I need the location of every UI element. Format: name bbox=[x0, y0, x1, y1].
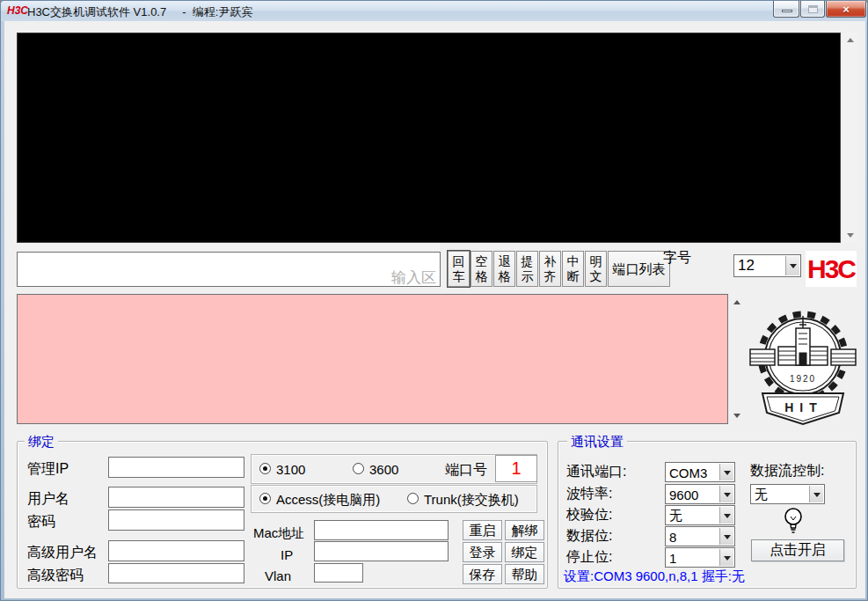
stop-bits-select[interactable]: 1 bbox=[665, 547, 735, 568]
com-port-label: 通讯端口: bbox=[566, 463, 626, 481]
unbind-button[interactable]: 解绑 bbox=[505, 520, 544, 540]
hint-key-button[interactable]: 提示 bbox=[516, 251, 538, 287]
help-button[interactable]: 帮助 bbox=[505, 564, 544, 584]
data-bits-value: 8 bbox=[669, 529, 676, 544]
message-output-area[interactable] bbox=[17, 294, 728, 424]
mac-field[interactable] bbox=[314, 520, 449, 540]
hit-logo-year: 1920 bbox=[790, 374, 816, 384]
manage-ip-label: 管理IP bbox=[27, 460, 69, 479]
bind-button[interactable]: 绑定 bbox=[505, 542, 544, 562]
complete-key-button[interactable]: 补齐 bbox=[539, 251, 561, 287]
chevron-down-icon[interactable] bbox=[719, 507, 733, 524]
parity-label: 校验位: bbox=[566, 506, 612, 524]
window-title: H3C交换机调试软件 V1.0.7 - 编程:尹跃宾 bbox=[27, 4, 252, 20]
scroll-down-icon[interactable] bbox=[847, 233, 854, 238]
output-scrollbar[interactable] bbox=[730, 295, 744, 423]
ip-label: IP bbox=[281, 547, 293, 562]
close-button[interactable]: × bbox=[826, 1, 866, 18]
flow-control-label: 数据流控制: bbox=[750, 462, 824, 480]
radio-trunk-label[interactable]: Trunk(接交换机) bbox=[424, 492, 519, 509]
scroll-up-icon[interactable] bbox=[847, 38, 854, 42]
terminal-output[interactable] bbox=[17, 33, 841, 243]
stop-bits-label: 停止位: bbox=[566, 548, 612, 567]
data-bits-select[interactable]: 8 bbox=[665, 526, 735, 546]
baud-rate-value: 9600 bbox=[669, 487, 698, 502]
radio-3100-label[interactable]: 3100 bbox=[276, 462, 305, 477]
com-port-select[interactable]: COM3 bbox=[665, 462, 735, 482]
adv-password-label: 高级密码 bbox=[27, 567, 84, 585]
adv-username-field[interactable] bbox=[108, 540, 244, 561]
titlebar: H3C H3C交换机调试软件 V1.0.7 - 编程:尹跃宾 × bbox=[1, 1, 867, 21]
port-list-button[interactable]: 端口列表 bbox=[608, 251, 670, 287]
flow-control-value: 无 bbox=[755, 486, 768, 502]
minimize-button[interactable] bbox=[773, 1, 799, 18]
adv-username-label: 高级用户名 bbox=[27, 544, 98, 562]
enter-key-button[interactable]: 回车 bbox=[448, 251, 470, 287]
username-label: 用户名 bbox=[27, 490, 69, 509]
password-label: 密码 bbox=[27, 513, 55, 531]
chevron-down-icon[interactable] bbox=[719, 549, 733, 566]
port-number-label: 端口号 bbox=[445, 461, 487, 480]
hit-university-logo: 1920 HIT bbox=[748, 298, 857, 428]
restart-button[interactable]: 重启 bbox=[463, 520, 502, 540]
vlan-field[interactable] bbox=[314, 563, 363, 583]
baud-rate-label: 波特率: bbox=[566, 485, 612, 503]
backspace-key-button[interactable]: 退格 bbox=[493, 251, 515, 287]
flow-control-select[interactable]: 无 bbox=[750, 484, 825, 504]
font-size-select[interactable]: 12 bbox=[733, 254, 801, 277]
adv-password-field[interactable] bbox=[108, 563, 244, 583]
stop-bits-value: 1 bbox=[669, 550, 676, 565]
binding-group-title: 绑定 bbox=[25, 434, 58, 451]
radio-trunk[interactable] bbox=[407, 493, 419, 504]
space-key-button[interactable]: 空格 bbox=[470, 251, 492, 287]
ip-field[interactable] bbox=[314, 541, 449, 561]
close-icon: × bbox=[842, 3, 850, 16]
minimize-icon bbox=[782, 10, 792, 12]
maximize-icon bbox=[808, 5, 818, 13]
data-bits-label: 数据位: bbox=[566, 527, 612, 546]
login-button[interactable]: 登录 bbox=[463, 542, 502, 562]
radio-3600[interactable] bbox=[353, 463, 364, 474]
font-size-value: 12 bbox=[738, 257, 755, 275]
chevron-down-icon[interactable] bbox=[719, 464, 733, 480]
hit-logo-abbr: HIT bbox=[784, 400, 823, 414]
baud-rate-select[interactable]: 9600 bbox=[665, 484, 735, 504]
chevron-down-icon[interactable] bbox=[719, 528, 733, 545]
port-number-field[interactable] bbox=[495, 455, 537, 482]
vlan-label: Vlan bbox=[265, 568, 291, 583]
radio-access[interactable] bbox=[259, 493, 271, 504]
terminal-scrollbar[interactable] bbox=[842, 33, 857, 243]
com-port-value: COM3 bbox=[669, 465, 707, 480]
username-field[interactable] bbox=[108, 487, 244, 508]
open-port-button[interactable]: 点击开启 bbox=[751, 539, 844, 561]
bulb-icon bbox=[782, 507, 805, 539]
radio-3600-label[interactable]: 3600 bbox=[369, 462, 398, 477]
radio-access-label[interactable]: Access(接电脑用) bbox=[276, 492, 380, 509]
maximize-button[interactable] bbox=[800, 1, 825, 18]
h3c-logo: H3C bbox=[806, 251, 857, 287]
plaintext-key-button[interactable]: 明文 bbox=[585, 251, 607, 287]
chevron-down-icon[interactable] bbox=[719, 486, 733, 502]
comm-settings-group-title: 通讯设置 bbox=[567, 434, 627, 451]
chevron-down-icon[interactable] bbox=[809, 486, 823, 502]
manage-ip-field[interactable] bbox=[108, 457, 244, 478]
app-window: H3C H3C交换机调试软件 V1.0.7 - 编程:尹跃宾 × 输入区 回车 … bbox=[0, 0, 868, 601]
break-key-button[interactable]: 中断 bbox=[562, 251, 584, 287]
chevron-down-icon[interactable] bbox=[785, 256, 799, 275]
scroll-up-icon[interactable] bbox=[733, 300, 740, 304]
font-size-label: 字号 bbox=[663, 249, 691, 268]
comm-status-text: 设置:COM3 9600,n,8,1 握手:无 bbox=[564, 568, 745, 585]
mac-label: Mac地址 bbox=[253, 525, 304, 542]
radio-3100[interactable] bbox=[259, 463, 271, 474]
parity-value: 无 bbox=[669, 507, 682, 524]
scroll-down-icon[interactable] bbox=[733, 414, 740, 418]
command-input-hint: 输入区 bbox=[353, 268, 436, 288]
password-field[interactable] bbox=[108, 509, 244, 531]
parity-select[interactable]: 无 bbox=[665, 505, 735, 525]
app-icon: H3C bbox=[7, 4, 26, 18]
save-button[interactable]: 保存 bbox=[463, 564, 502, 584]
